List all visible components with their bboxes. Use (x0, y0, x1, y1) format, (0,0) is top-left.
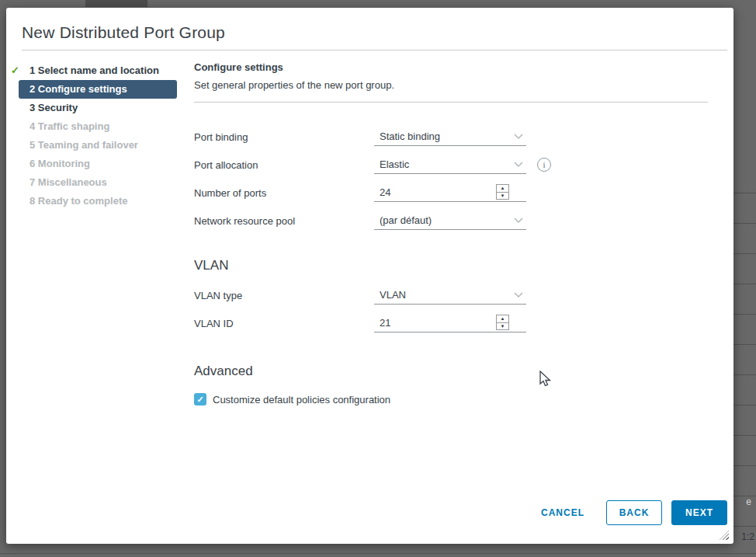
step-number: 6 (29, 158, 35, 169)
general-properties-form: Port binding Static binding Port allocat… (194, 123, 733, 235)
page-heading: Configure settings (194, 61, 733, 73)
wizard-content: Configure settings Set general propertie… (185, 60, 733, 406)
background-header-fragment (85, 0, 147, 7)
step-number: 4 (29, 120, 35, 132)
step-label: Monitoring (38, 158, 90, 169)
step-label: Select name and location (38, 64, 159, 76)
step-number: 2 (29, 83, 35, 95)
step-select-name-and-location[interactable]: ✓ 1 Select name and location (19, 61, 177, 80)
port-binding-row: Port binding Static binding (194, 123, 733, 151)
port-allocation-label: Port allocation (194, 159, 374, 171)
next-button[interactable]: NEXT (671, 500, 727, 525)
port-allocation-row: Port allocation Elastic i (194, 151, 733, 179)
port-binding-value: Static binding (380, 131, 440, 142)
port-allocation-value: Elastic (380, 158, 409, 170)
background-text-fragment: e (746, 496, 751, 507)
customize-policies-row: ✓ Customize default policies configurati… (194, 393, 733, 406)
network-resource-pool-select[interactable]: (par défaut) (374, 211, 526, 230)
port-binding-select[interactable]: Static binding (374, 127, 526, 146)
step-label: Ready to complete (38, 195, 128, 207)
cancel-button[interactable]: CANCEL (541, 507, 584, 518)
step-number: 7 (29, 176, 35, 188)
step-traffic-shaping: 4 Traffic shaping (19, 117, 177, 136)
port-binding-label: Port binding (194, 131, 374, 143)
wizard-step-nav: ✓ 1 Select name and location 2 Configure… (6, 60, 185, 406)
step-security[interactable]: 3 Security (19, 99, 177, 117)
step-label: Configure settings (38, 83, 127, 95)
vlan-id-input[interactable]: 21 ▲ ▼ (374, 314, 526, 332)
background-divider (0, 553, 756, 554)
chevron-down-icon (514, 292, 523, 298)
chevron-down-icon (514, 218, 523, 224)
vlan-type-label: VLAN type (194, 290, 374, 301)
network-resource-pool-value: (par défaut) (380, 214, 432, 226)
chevron-down-icon (514, 134, 523, 140)
vlan-id-value: 21 (380, 317, 390, 329)
increment-icon[interactable]: ▲ (497, 315, 508, 323)
title-divider (22, 50, 727, 50)
content-divider (194, 102, 708, 103)
info-icon[interactable]: i (537, 158, 551, 172)
step-number: 5 (29, 139, 35, 151)
dialog-title: New Distributed Port Group (22, 23, 718, 42)
decrement-icon[interactable]: ▼ (497, 193, 508, 200)
background-time-fragment: 1:2 (741, 531, 754, 542)
new-distributed-port-group-dialog: New Distributed Port Group ✓ 1 Select na… (6, 8, 733, 544)
vlan-id-label: VLAN ID (194, 318, 374, 329)
vlan-type-row: VLAN type VLAN (194, 281, 733, 309)
dialog-footer: CANCEL BACK NEXT (541, 500, 727, 525)
network-resource-pool-label: Network resource pool (194, 215, 374, 227)
customize-policies-checkbox[interactable]: ✓ (194, 393, 206, 406)
step-label: Security (38, 102, 78, 113)
step-label: Traffic shaping (38, 120, 109, 132)
number-of-ports-input[interactable]: 24 ▲ ▼ (374, 183, 526, 202)
step-number: 8 (29, 195, 35, 207)
network-resource-pool-row: Network resource pool (par défaut) (194, 207, 733, 235)
dialog-resize-grip[interactable] (720, 531, 729, 540)
increment-icon[interactable]: ▲ (497, 185, 508, 193)
number-of-ports-label: Number of ports (194, 187, 374, 199)
step-complete-check-icon: ✓ (11, 61, 19, 80)
chevron-down-icon (514, 162, 523, 168)
decrement-icon[interactable]: ▼ (497, 323, 508, 330)
step-label: Miscellaneous (38, 176, 107, 188)
step-number: 1 (29, 64, 35, 76)
step-configure-settings[interactable]: 2 Configure settings (19, 80, 177, 99)
step-ready-to-complete: 8 Ready to complete (19, 192, 177, 211)
wizard-body: ✓ 1 Select name and location 2 Configure… (6, 60, 733, 406)
background-table-rows (733, 163, 756, 552)
number-of-ports-value: 24 (380, 186, 390, 198)
vlan-type-value: VLAN (380, 289, 406, 301)
step-monitoring: 6 Monitoring (19, 155, 177, 173)
vlan-id-row: VLAN ID 21 ▲ ▼ (194, 309, 733, 337)
step-number: 3 (29, 102, 35, 113)
advanced-section-heading: Advanced (194, 364, 733, 379)
vlan-type-select[interactable]: VLAN (374, 286, 526, 305)
step-label: Teaming and failover (38, 139, 138, 151)
vlan-form: VLAN type VLAN VLAN ID 21 ▲ ▼ (194, 281, 733, 337)
step-teaming-and-failover: 5 Teaming and failover (19, 136, 177, 155)
vlan-id-stepper[interactable]: ▲ ▼ (496, 315, 509, 330)
customize-policies-label: Customize default policies configuration (213, 394, 390, 406)
number-of-ports-row: Number of ports 24 ▲ ▼ (194, 179, 733, 207)
vlan-section-heading: VLAN (194, 258, 733, 273)
number-of-ports-stepper[interactable]: ▲ ▼ (496, 184, 509, 200)
step-miscellaneous: 7 Miscellaneous (19, 173, 177, 192)
page-subheading: Set general properties of the new port g… (194, 79, 733, 91)
port-allocation-select[interactable]: Elastic i (374, 155, 526, 174)
back-button[interactable]: BACK (606, 500, 662, 525)
